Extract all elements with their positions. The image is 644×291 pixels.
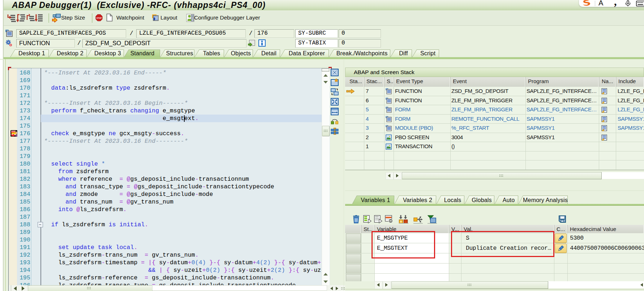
svg-text:STOP: STOP bbox=[96, 17, 102, 19]
